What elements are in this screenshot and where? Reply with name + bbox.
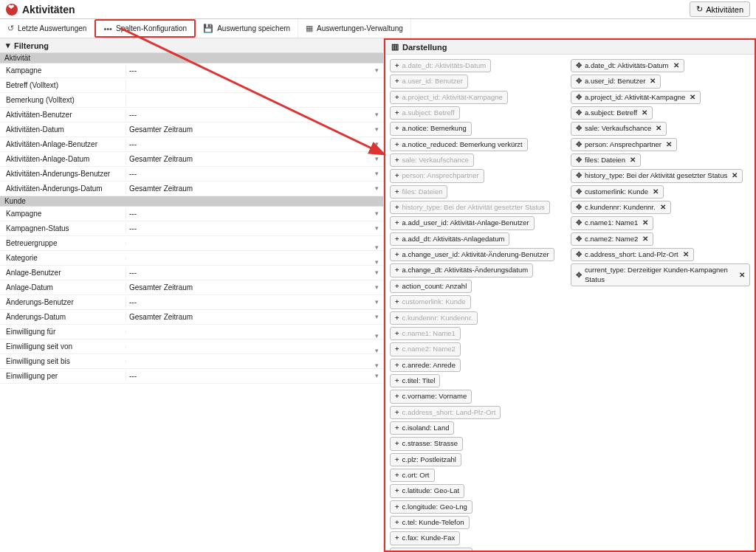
refresh-button[interactable]: ↻ Aktivitäten [690,1,750,17]
filter-select[interactable]: Gesamter Zeitraum [126,282,383,293]
filter-input[interactable] [126,94,383,106]
available-column-tag[interactable]: +c.longitude: Geo-Lng [390,500,472,514]
filter-row: Bemerkung (Volltext) [0,93,383,108]
filter-select[interactable]: Gesamter Zeitraum [126,183,383,194]
toolbar-icon: ↺ [7,24,14,33]
filter-select-value: --- [126,267,383,278]
tag-label: files: Dateien [585,156,625,165]
remove-icon[interactable]: ✕ [642,218,648,227]
selected-column-tag[interactable]: ✥history_type: Bei der Aktivität gesetzt… [571,169,743,182]
filter-select[interactable]: --- [126,223,383,234]
filter-select[interactable]: --- [126,109,383,120]
selected-column-tag[interactable]: ✥a.user_id: Benutzer✕ [571,75,661,88]
selected-column-tag[interactable]: ✥person: Ansprechpartner✕ [571,138,677,151]
selected-column-tag[interactable]: ✥sale: Verkaufschance✕ [571,122,667,135]
remove-icon[interactable]: ✕ [690,93,695,102]
remove-icon[interactable]: ✕ [683,250,689,259]
remove-icon[interactable]: ✕ [656,124,662,133]
toolbar-item[interactable]: •••Spalten-Konfiguration [94,19,196,38]
available-column-tag[interactable]: +c.mobil: Kunde-Mobil [390,548,472,552]
tag-label: a.user_id: Benutzer [402,77,463,86]
selected-column-tag[interactable]: ✥customerlink: Kunde✕ [571,185,664,199]
available-column-tag[interactable]: +a.add_dt: Aktivitäts-Anlagedatum [390,232,509,246]
remove-icon[interactable]: ✕ [630,156,636,165]
filter-select[interactable]: --- [126,297,383,308]
available-column-tag[interactable]: +a.notice_reduced: Bemerkung verkürzt [390,138,528,151]
filter-select[interactable] [126,242,383,245]
selected-column-tag[interactable]: ✥c.name2: Name2✕ [571,232,653,246]
toolbar-item[interactable]: ▦Auswertungen-Verwaltung [298,19,411,38]
remove-icon[interactable]: ✕ [666,140,672,149]
available-column-tag[interactable]: +a.notice: Bemerkung [390,122,472,135]
plus-icon: + [395,218,399,227]
tag-label: c.name2: Name2 [585,235,638,244]
tag-label: c.kundennr: Kundennr. [402,314,473,322]
filter-select[interactable]: --- [126,65,383,76]
tag-label: c.kundennr: Kundennr. [585,203,656,212]
filter-select[interactable]: --- [126,139,383,150]
available-column-tag[interactable]: +a.change_user_id: Aktivität-Änderung-Be… [390,248,554,261]
plus-icon: + [395,486,399,495]
filter-select[interactable]: --- [126,370,383,382]
remove-icon[interactable]: ✕ [660,203,666,212]
toolbar-item[interactable]: ↺Letzte Auswertungen [0,19,94,38]
available-column-tag[interactable]: +c.fax: Kunde-Fax [390,531,460,545]
available-column-tag[interactable]: +a.change_dt: Aktivitäts-Änderungsdatum [390,263,533,277]
filter-select[interactable]: Gesamter Zeitraum [126,153,383,165]
filter-select[interactable]: --- [126,168,383,179]
display-title: Darstellung [402,43,447,52]
filter-label: Kampagne [0,66,126,75]
filter-select[interactable]: --- [126,267,383,278]
remove-icon[interactable]: ✕ [650,77,656,86]
available-column-tag[interactable]: +c.strasse: Strasse [390,437,463,450]
remove-icon[interactable]: ✕ [642,108,647,117]
available-column-tag: +history_type: Bei der Aktivität gesetzt… [390,201,550,214]
available-column-tag[interactable]: +c.anrede: Anrede [390,359,461,372]
selected-column-tag[interactable]: ✥a.date_dt: Aktivitäts-Datum✕ [571,59,684,72]
selected-column-tag[interactable]: ✥a.project_id: Aktivität-Kampagne✕ [571,91,701,104]
remove-icon[interactable]: ✕ [673,61,679,70]
filter-select-value [126,257,383,260]
selected-column-tag[interactable]: ✥c.kundennr: Kundennr.✕ [571,201,671,214]
plus-icon: + [395,518,399,527]
available-column-tag[interactable]: +c.isoland: Land [390,421,454,435]
selected-column-tag[interactable]: ✥c.address_short: Land-Plz-Ort✕ [571,248,694,261]
available-column-tag[interactable]: +c.titel: Titel [390,374,440,387]
tag-label: a.change_user_id: Aktivität-Änderung-Ben… [402,250,549,259]
available-column-tag[interactable]: +a.add_user_id: Aktivität-Anlage-Benutze… [390,216,535,230]
available-column-tag[interactable]: +c.latitude: Geo-Lat [390,484,464,497]
available-column-tag[interactable]: +c.vorname: Vorname [390,390,472,403]
remove-icon[interactable]: ✕ [739,271,745,280]
selected-column-tag[interactable]: ✥c.name1: Name1✕ [571,216,653,230]
tag-label: action_count: Anzahl [402,282,467,291]
filter-select[interactable]: --- [126,208,383,219]
filter-label: Bemerkung (Volltext) [0,96,126,104]
filter-input[interactable] [126,80,383,91]
selected-columns: ✥a.date_dt: Aktivitäts-Datum✕✥a.user_id:… [571,59,750,552]
filter-label: Anlage-Benutzer [0,269,126,277]
filter-select[interactable]: Gesamter Zeitraum [126,124,383,135]
remove-icon[interactable]: ✕ [732,171,738,180]
tag-label: c.name2: Name2 [402,345,456,353]
filter-select[interactable] [126,257,383,260]
filter-select[interactable]: Gesamter Zeitraum [126,311,383,322]
display-title-bar: ▥ Darstellung [385,40,755,55]
filter-select[interactable] [126,331,383,334]
selected-column-tag[interactable]: ✥a.subject: Betreff✕ [571,106,653,120]
remove-icon[interactable]: ✕ [642,235,648,244]
tag-label: c.anrede: Anrede [402,361,456,370]
filter-select[interactable] [126,360,383,363]
selected-column-tag[interactable]: ✥files: Dateien✕ [571,153,641,167]
selected-column-tag[interactable]: ✥current_type: Derzeitiger Kunden-Kampag… [571,263,750,286]
available-column-tag: +a.user_id: Benutzer [390,75,468,88]
remove-icon[interactable]: ✕ [653,187,659,196]
toolbar-item[interactable]: 💾Auswertung speichern [196,19,298,38]
available-column-tag[interactable]: +c.ort: Ort [390,469,435,482]
available-column-tag[interactable]: +c.tel: Kunde-Telefon [390,516,470,529]
filter-select[interactable] [126,345,383,348]
filter-select-value [126,345,383,348]
filter-row: Anlage-Benutzer--- [0,266,383,280]
available-column-tag[interactable]: +action_count: Anzahl [390,280,472,293]
available-column-tag[interactable]: +c.plz: Postleitzahl [390,453,461,466]
plus-icon: + [395,203,399,212]
